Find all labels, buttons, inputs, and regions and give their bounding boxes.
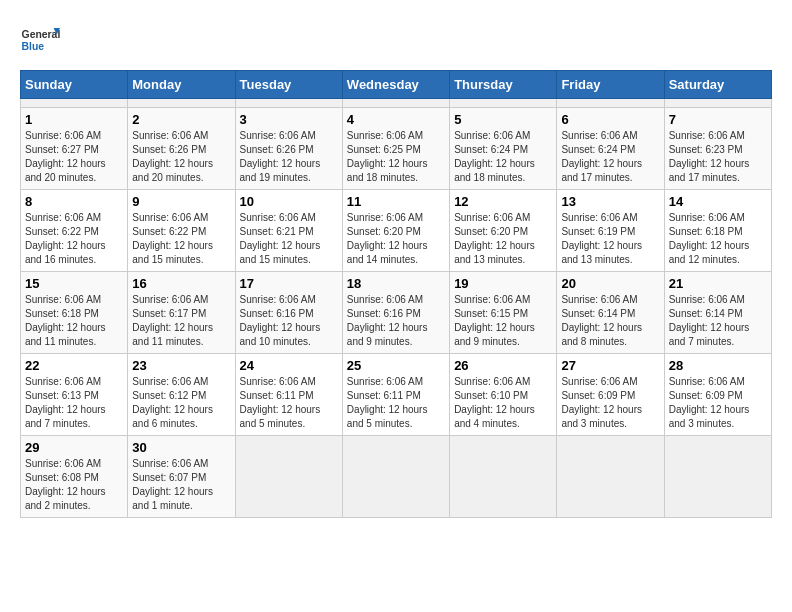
calendar-cell: 24Sunrise: 6:06 AMSunset: 6:11 PMDayligh… [235,354,342,436]
day-detail: Sunrise: 6:06 AMSunset: 6:24 PMDaylight:… [561,129,659,185]
calendar-cell: 14Sunrise: 6:06 AMSunset: 6:18 PMDayligh… [664,190,771,272]
day-number: 14 [669,194,767,209]
calendar-cell: 1Sunrise: 6:06 AMSunset: 6:27 PMDaylight… [21,108,128,190]
day-number: 20 [561,276,659,291]
calendar-cell: 26Sunrise: 6:06 AMSunset: 6:10 PMDayligh… [450,354,557,436]
day-number: 25 [347,358,445,373]
day-detail: Sunrise: 6:06 AMSunset: 6:14 PMDaylight:… [669,293,767,349]
day-number: 27 [561,358,659,373]
day-number: 24 [240,358,338,373]
calendar-cell: 25Sunrise: 6:06 AMSunset: 6:11 PMDayligh… [342,354,449,436]
day-number: 16 [132,276,230,291]
day-detail: Sunrise: 6:06 AMSunset: 6:21 PMDaylight:… [240,211,338,267]
calendar-week-row: 22Sunrise: 6:06 AMSunset: 6:13 PMDayligh… [21,354,772,436]
calendar-cell: 30Sunrise: 6:06 AMSunset: 6:07 PMDayligh… [128,436,235,518]
day-number: 4 [347,112,445,127]
day-number: 11 [347,194,445,209]
calendar-cell: 9Sunrise: 6:06 AMSunset: 6:22 PMDaylight… [128,190,235,272]
logo-icon: General Blue [20,20,60,60]
calendar-cell: 8Sunrise: 6:06 AMSunset: 6:22 PMDaylight… [21,190,128,272]
calendar-week-row: 1Sunrise: 6:06 AMSunset: 6:27 PMDaylight… [21,108,772,190]
page-header: General Blue [20,20,772,60]
day-detail: Sunrise: 6:06 AMSunset: 6:27 PMDaylight:… [25,129,123,185]
calendar-cell: 3Sunrise: 6:06 AMSunset: 6:26 PMDaylight… [235,108,342,190]
day-detail: Sunrise: 6:06 AMSunset: 6:20 PMDaylight:… [347,211,445,267]
day-detail: Sunrise: 6:06 AMSunset: 6:07 PMDaylight:… [132,457,230,513]
day-number: 10 [240,194,338,209]
day-header: Tuesday [235,71,342,99]
calendar-cell: 20Sunrise: 6:06 AMSunset: 6:14 PMDayligh… [557,272,664,354]
day-number: 17 [240,276,338,291]
day-detail: Sunrise: 6:06 AMSunset: 6:13 PMDaylight:… [25,375,123,431]
calendar-cell: 17Sunrise: 6:06 AMSunset: 6:16 PMDayligh… [235,272,342,354]
day-number: 19 [454,276,552,291]
calendar-cell [21,99,128,108]
calendar-cell: 27Sunrise: 6:06 AMSunset: 6:09 PMDayligh… [557,354,664,436]
calendar-cell: 19Sunrise: 6:06 AMSunset: 6:15 PMDayligh… [450,272,557,354]
day-number: 8 [25,194,123,209]
day-number: 23 [132,358,230,373]
calendar-cell [235,99,342,108]
day-detail: Sunrise: 6:06 AMSunset: 6:20 PMDaylight:… [454,211,552,267]
calendar-header-row: SundayMondayTuesdayWednesdayThursdayFrid… [21,71,772,99]
calendar-cell [342,436,449,518]
day-header: Friday [557,71,664,99]
day-detail: Sunrise: 6:06 AMSunset: 6:25 PMDaylight:… [347,129,445,185]
calendar-cell: 21Sunrise: 6:06 AMSunset: 6:14 PMDayligh… [664,272,771,354]
day-number: 9 [132,194,230,209]
day-detail: Sunrise: 6:06 AMSunset: 6:10 PMDaylight:… [454,375,552,431]
day-detail: Sunrise: 6:06 AMSunset: 6:08 PMDaylight:… [25,457,123,513]
day-header: Sunday [21,71,128,99]
day-number: 26 [454,358,552,373]
day-number: 7 [669,112,767,127]
day-number: 13 [561,194,659,209]
day-number: 6 [561,112,659,127]
calendar-cell: 29Sunrise: 6:06 AMSunset: 6:08 PMDayligh… [21,436,128,518]
day-header: Wednesday [342,71,449,99]
calendar-cell: 16Sunrise: 6:06 AMSunset: 6:17 PMDayligh… [128,272,235,354]
day-detail: Sunrise: 6:06 AMSunset: 6:14 PMDaylight:… [561,293,659,349]
calendar-cell: 15Sunrise: 6:06 AMSunset: 6:18 PMDayligh… [21,272,128,354]
day-detail: Sunrise: 6:06 AMSunset: 6:12 PMDaylight:… [132,375,230,431]
day-number: 18 [347,276,445,291]
day-detail: Sunrise: 6:06 AMSunset: 6:11 PMDaylight:… [240,375,338,431]
calendar-table: SundayMondayTuesdayWednesdayThursdayFrid… [20,70,772,518]
day-number: 28 [669,358,767,373]
day-number: 15 [25,276,123,291]
day-number: 5 [454,112,552,127]
day-detail: Sunrise: 6:06 AMSunset: 6:19 PMDaylight:… [561,211,659,267]
day-detail: Sunrise: 6:06 AMSunset: 6:18 PMDaylight:… [25,293,123,349]
day-detail: Sunrise: 6:06 AMSunset: 6:09 PMDaylight:… [669,375,767,431]
calendar-cell: 4Sunrise: 6:06 AMSunset: 6:25 PMDaylight… [342,108,449,190]
day-header: Monday [128,71,235,99]
calendar-cell [128,99,235,108]
day-detail: Sunrise: 6:06 AMSunset: 6:11 PMDaylight:… [347,375,445,431]
calendar-cell: 23Sunrise: 6:06 AMSunset: 6:12 PMDayligh… [128,354,235,436]
calendar-cell [450,436,557,518]
day-detail: Sunrise: 6:06 AMSunset: 6:22 PMDaylight:… [132,211,230,267]
day-number: 1 [25,112,123,127]
day-detail: Sunrise: 6:06 AMSunset: 6:23 PMDaylight:… [669,129,767,185]
calendar-cell: 18Sunrise: 6:06 AMSunset: 6:16 PMDayligh… [342,272,449,354]
calendar-cell [450,99,557,108]
calendar-cell: 28Sunrise: 6:06 AMSunset: 6:09 PMDayligh… [664,354,771,436]
day-number: 29 [25,440,123,455]
day-detail: Sunrise: 6:06 AMSunset: 6:24 PMDaylight:… [454,129,552,185]
calendar-cell: 7Sunrise: 6:06 AMSunset: 6:23 PMDaylight… [664,108,771,190]
calendar-cell [664,436,771,518]
calendar-cell: 6Sunrise: 6:06 AMSunset: 6:24 PMDaylight… [557,108,664,190]
calendar-week-row: 8Sunrise: 6:06 AMSunset: 6:22 PMDaylight… [21,190,772,272]
svg-text:Blue: Blue [22,41,45,52]
calendar-cell [664,99,771,108]
calendar-cell: 13Sunrise: 6:06 AMSunset: 6:19 PMDayligh… [557,190,664,272]
day-detail: Sunrise: 6:06 AMSunset: 6:16 PMDaylight:… [347,293,445,349]
calendar-cell: 10Sunrise: 6:06 AMSunset: 6:21 PMDayligh… [235,190,342,272]
svg-text:General: General [22,29,60,40]
day-detail: Sunrise: 6:06 AMSunset: 6:17 PMDaylight:… [132,293,230,349]
calendar-cell [235,436,342,518]
day-detail: Sunrise: 6:06 AMSunset: 6:18 PMDaylight:… [669,211,767,267]
calendar-cell [342,99,449,108]
calendar-cell: 5Sunrise: 6:06 AMSunset: 6:24 PMDaylight… [450,108,557,190]
day-header: Saturday [664,71,771,99]
day-number: 3 [240,112,338,127]
